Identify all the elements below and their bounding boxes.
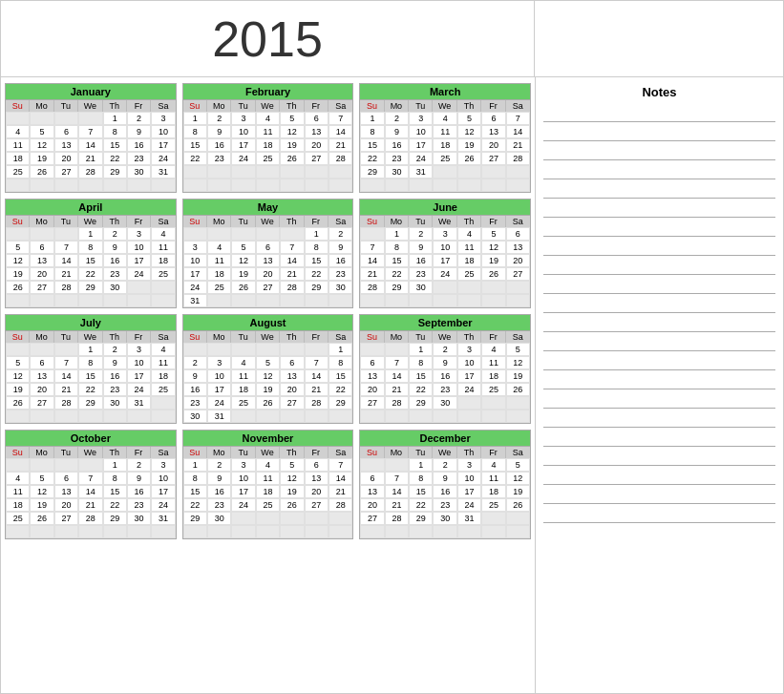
day-header-we: We: [433, 447, 456, 458]
day-cell: 26: [506, 383, 530, 396]
empty-day-cell: [385, 458, 409, 472]
day-cell: 12: [506, 356, 530, 369]
day-cell: 15: [183, 138, 207, 152]
note-line[interactable]: [543, 487, 775, 504]
note-line[interactable]: [543, 410, 775, 428]
day-cell: 5: [506, 343, 530, 356]
day-cell: 9: [127, 125, 151, 138]
day-cell: 10: [457, 472, 481, 485]
day-cell: 13: [360, 485, 384, 498]
empty-day-cell: [103, 179, 127, 192]
day-cell: 9: [103, 356, 127, 369]
empty-day-cell: [207, 165, 231, 179]
note-line[interactable]: [543, 353, 775, 370]
note-line[interactable]: [543, 449, 775, 466]
day-cell: 24: [409, 152, 433, 165]
day-cell: 23: [103, 383, 127, 396]
day-cell: 30: [103, 281, 127, 294]
note-line[interactable]: [543, 391, 775, 409]
day-header-fr: Fr: [127, 331, 151, 343]
note-line[interactable]: [543, 430, 775, 447]
note-line[interactable]: [543, 468, 775, 485]
day-cell: 9: [433, 356, 456, 369]
empty-day-cell: [6, 410, 30, 423]
day-header-th: Th: [457, 447, 481, 458]
day-cell: 28: [78, 512, 102, 525]
day-cell: 24: [183, 281, 207, 294]
day-cell: 17: [457, 485, 481, 498]
day-cell: 28: [54, 396, 78, 410]
day-cell: 7: [280, 241, 304, 254]
day-header-su: Su: [6, 331, 30, 343]
note-line[interactable]: [543, 506, 775, 523]
month-block-february: FebruarySuMoTuWeThFrSa123456789101112131…: [182, 83, 354, 193]
day-cell: 20: [30, 267, 53, 281]
day-cell: 31: [183, 294, 207, 307]
note-line[interactable]: [543, 277, 775, 294]
day-cell: 22: [305, 267, 328, 281]
note-line[interactable]: [543, 258, 775, 275]
day-cell: 14: [54, 254, 78, 267]
note-line[interactable]: [543, 239, 775, 256]
day-cell: 11: [231, 369, 255, 383]
note-line[interactable]: [543, 105, 775, 122]
day-cell: 16: [207, 485, 231, 498]
day-cell: 11: [151, 356, 175, 369]
empty-day-cell: [506, 525, 530, 538]
day-cell: 30: [385, 165, 409, 179]
day-cell: 26: [457, 152, 481, 165]
day-cell: 26: [6, 396, 30, 410]
days-grid: 1234567891011121314151617181920212223242…: [360, 227, 530, 307]
note-line[interactable]: [543, 124, 775, 141]
empty-day-cell: [256, 294, 280, 307]
days-grid: 1234567891011121314151617181920212223242…: [183, 227, 353, 307]
day-cell: 1: [78, 227, 102, 241]
day-cell: 2: [433, 343, 456, 356]
day-cell: 14: [328, 125, 352, 138]
empty-day-cell: [409, 410, 433, 423]
day-headers-row: SuMoTuWeThFrSa: [360, 331, 530, 343]
day-cell: 15: [305, 254, 328, 267]
empty-day-cell: [6, 458, 30, 472]
note-line[interactable]: [543, 220, 775, 237]
day-cell: 17: [457, 369, 481, 383]
day-cell: 15: [103, 485, 127, 498]
month-block-august: AugustSuMoTuWeThFrSa12345678910111213141…: [182, 314, 354, 424]
day-cell: 27: [30, 396, 53, 410]
day-cell: 8: [360, 125, 384, 138]
note-line[interactable]: [543, 162, 775, 179]
empty-day-cell: [305, 343, 328, 356]
day-cell: 28: [506, 152, 530, 165]
day-cell: 14: [360, 254, 384, 267]
day-header-th: Th: [457, 331, 481, 343]
day-cell: 21: [78, 498, 102, 512]
day-cell: 29: [103, 165, 127, 179]
empty-day-cell: [30, 227, 53, 241]
note-line[interactable]: [543, 296, 775, 313]
day-header-mo: Mo: [385, 331, 409, 343]
empty-day-cell: [360, 227, 384, 241]
day-cell: 11: [151, 241, 175, 254]
note-line[interactable]: [543, 315, 775, 332]
note-line[interactable]: [543, 200, 775, 218]
day-cell: 23: [127, 498, 151, 512]
year-title: 2015: [212, 11, 323, 68]
day-cell: 15: [328, 369, 352, 383]
day-cell: 8: [409, 472, 433, 485]
empty-day-cell: [305, 525, 328, 538]
empty-day-cell: [151, 281, 175, 294]
day-cell: 2: [207, 112, 231, 125]
empty-day-cell: [54, 179, 78, 192]
empty-day-cell: [409, 525, 433, 538]
note-line[interactable]: [543, 334, 775, 351]
day-cell: 23: [433, 383, 456, 396]
day-cell: 4: [6, 125, 30, 138]
note-line[interactable]: [543, 372, 775, 389]
day-cell: 28: [54, 281, 78, 294]
empty-day-cell: [506, 512, 530, 525]
day-header-mo: Mo: [385, 100, 409, 112]
note-line[interactable]: [543, 181, 775, 199]
empty-day-cell: [481, 294, 505, 307]
day-cell: 2: [103, 227, 127, 241]
note-line[interactable]: [543, 143, 775, 160]
